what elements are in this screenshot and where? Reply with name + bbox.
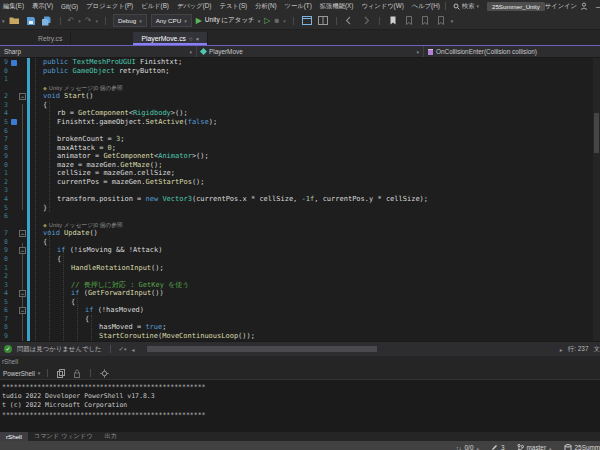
menu-item[interactable]: テスト(S)	[217, 2, 249, 11]
scrollbar-thumb[interactable]	[147, 346, 377, 352]
bookmark-icon[interactable]	[11, 119, 17, 125]
menu-item[interactable]: ビルド(B)	[139, 2, 171, 11]
menu-item[interactable]: Git(G)	[59, 3, 80, 10]
copy-button[interactable]	[55, 367, 67, 379]
fold-collapse-button[interactable]: −	[19, 230, 26, 237]
redo-caret-icon[interactable]: ▾	[95, 18, 98, 24]
divider	[336, 17, 337, 25]
no-issues-check-icon: ✓	[4, 345, 12, 353]
scrollbar-thumb[interactable]	[594, 113, 599, 153]
previous-bookmark-button[interactable]	[403, 15, 415, 27]
menu-item[interactable]: ツール(T)	[283, 2, 314, 11]
minimize-button[interactable]: —	[596, 2, 600, 11]
status-bar: ↑↓ 0/0 ▴ 3 master ▴ 25Summer_U	[0, 441, 600, 450]
chevron-up-icon: ▴	[476, 445, 479, 450]
pending-edits[interactable]: 3	[491, 444, 505, 450]
menu-item[interactable]: プロジェクト(P)	[84, 2, 135, 11]
navigate-backward-button[interactable]	[344, 15, 356, 27]
redo-button[interactable]: ↷	[85, 17, 92, 25]
code-line: 4transform.position = new Vector3(curren…	[0, 195, 600, 204]
start-without-debugging-button[interactable]: ▷	[264, 16, 270, 25]
project-dropdown[interactable]: Sharp ▾	[0, 46, 197, 57]
panel-tab[interactable]: rShell	[0, 432, 28, 441]
next-bookmark-button[interactable]	[419, 15, 431, 27]
line-number: 7	[0, 229, 8, 238]
scroll-left-icon[interactable]: ◂	[131, 346, 134, 353]
open-folder-button[interactable]	[9, 15, 21, 27]
terminal-output[interactable]: ****************************************…	[0, 380, 600, 432]
dropdown-caret-icon[interactable]: ▾	[2, 18, 5, 24]
branch-name: master	[527, 444, 547, 450]
code-editor[interactable]: 9public TextMeshProUGUI Finishtxt;0publi…	[0, 58, 600, 341]
close-icon[interactable]: ×	[196, 36, 200, 42]
branch-selector[interactable]: master ▴	[517, 444, 552, 450]
bookmark-icon[interactable]	[11, 60, 17, 66]
settings-button[interactable]	[98, 367, 110, 379]
class-dropdown[interactable]: PlayerMove ▾	[197, 46, 424, 57]
properties-window-button[interactable]	[317, 15, 329, 27]
undo-button[interactable]: ↶	[68, 17, 75, 25]
code-line: 5{	[0, 298, 600, 307]
divider	[379, 17, 380, 25]
divider	[293, 17, 294, 25]
save-button[interactable]	[25, 15, 37, 27]
sync-status[interactable]: ↑↓ 0/0 ▴	[456, 444, 479, 450]
char-indicator[interactable]: 文字:	[593, 345, 600, 354]
clear-bookmarks-button[interactable]	[435, 15, 447, 27]
search-box[interactable]: 検索 ▾	[453, 2, 479, 11]
tab-retry-cs[interactable]: Retry.cs	[30, 32, 71, 45]
pin-icon[interactable]: ○	[189, 36, 193, 42]
menu-item[interactable]: ウィンドウ(W)	[359, 2, 405, 11]
navigate-forward-button[interactable]	[360, 15, 372, 27]
menu-item[interactable]: デバッグ(D)	[175, 2, 214, 11]
shell-dropdown[interactable]: PowerShell ▾	[3, 370, 40, 377]
menu-item[interactable]: 分析(N)	[253, 2, 278, 11]
attach-to-unity-button[interactable]: ▶ Unity にアタッチ ▾	[196, 16, 261, 25]
terminal-line: tudio 2022 Developer PowerShell v17.8.3	[2, 392, 600, 401]
fold-collapse-button[interactable]: −	[19, 247, 26, 254]
line-indicator[interactable]: 行: 237	[568, 345, 589, 354]
lock-button[interactable]	[71, 367, 83, 379]
save-all-icon	[41, 16, 52, 26]
horizontal-scrollbar[interactable]	[141, 346, 552, 352]
code-line: 0{	[0, 255, 600, 264]
panel-tab[interactable]: コマンド ウィンドウ	[28, 432, 99, 441]
tab-playermove-cs[interactable]: PlayerMove.cs○×	[133, 32, 208, 45]
fold-collapse-button[interactable]: −	[19, 307, 26, 314]
visual-studio-window: 編集(E)表示(V)Git(G)プロジェクト(P)ビルド(B)デバッグ(D)テス…	[0, 0, 600, 450]
solution-name[interactable]: 25Summer_Unity	[487, 2, 545, 11]
fold-collapse-button[interactable]: −	[19, 290, 26, 297]
undo-caret-icon[interactable]: ▾	[78, 18, 81, 24]
scroll-right-icon[interactable]: ▸	[560, 346, 563, 353]
panel-title-label: rShell	[2, 358, 18, 365]
sync-count: 0/0	[465, 444, 474, 450]
codelens-text: ◆Unity メッセージ|0 個の参照	[30, 221, 600, 230]
menu-item[interactable]: 拡張機能(X)	[318, 2, 356, 11]
fold-collapse-button[interactable]: −	[19, 93, 26, 100]
toolbar-overflow-icon[interactable]: ▾	[451, 18, 454, 24]
save-all-button[interactable]	[41, 15, 53, 27]
menu-item[interactable]: ヘルプ(H)	[410, 2, 442, 11]
code-line: 3// 長押しに対応 : GetKey を使う	[0, 281, 600, 290]
menu-item[interactable]: 表示(V)	[30, 2, 55, 11]
repository-selector[interactable]: 25Summer_U	[564, 444, 600, 450]
member-dropdown[interactable]: OnCollisionEnter(Collision collision)	[424, 46, 600, 57]
line-number: 2	[0, 92, 8, 101]
configuration-dropdown[interactable]: Debug▾	[113, 14, 147, 27]
pencil-icon	[491, 444, 498, 450]
line-number: 0	[0, 67, 8, 76]
divider	[110, 345, 111, 353]
vertical-scrollbar[interactable]	[593, 58, 600, 341]
menu-item[interactable]: 編集(E)	[1, 2, 26, 11]
tab-label: PlayerMove.cs	[141, 35, 186, 42]
sign-in-button[interactable]: サインイン	[545, 2, 590, 11]
solution-explorer-button[interactable]	[301, 15, 313, 27]
code-line: 3{	[0, 101, 600, 110]
stop-button[interactable]: ■	[274, 17, 279, 25]
panel-tab[interactable]: 出力	[99, 432, 123, 441]
platform-dropdown[interactable]: Any CPU▾	[151, 14, 192, 27]
line-number: 5	[0, 204, 8, 213]
toggle-bookmark-button[interactable]	[387, 15, 399, 27]
code-cleanup-button[interactable]: ✓▾	[119, 345, 127, 353]
member-name: OnCollisionEnter(Collision collision)	[436, 48, 537, 55]
